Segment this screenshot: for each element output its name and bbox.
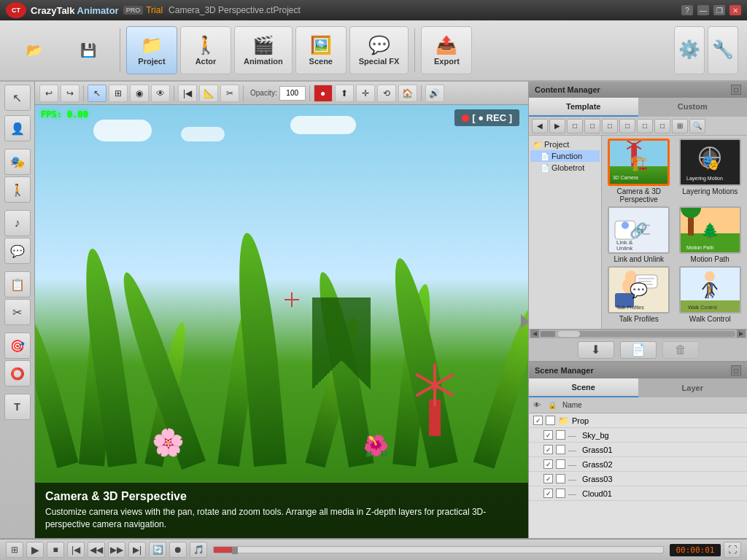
visibility-grass02[interactable] xyxy=(543,459,553,469)
lock-grass01[interactable] xyxy=(556,445,565,454)
visibility-prop[interactable] xyxy=(533,416,543,425)
visibility-sky[interactable] xyxy=(543,430,553,440)
stop-button[interactable]: ■ xyxy=(47,542,64,558)
lock-prop[interactable] xyxy=(546,416,555,425)
lock-grass02[interactable] xyxy=(556,459,565,469)
ct-import[interactable]: □ xyxy=(637,119,653,133)
record-btn2[interactable]: ⏺ xyxy=(169,542,187,558)
scene-row-cloud01[interactable]: — Cloud01 xyxy=(529,486,747,501)
settings-button[interactable]: ⚙️ xyxy=(674,26,705,74)
grid-item-motion[interactable]: Motion Path Motion Path xyxy=(676,206,745,263)
grid-item-layering[interactable]: Layering Motion Layering Motions xyxy=(676,139,745,203)
ct-new[interactable]: □ xyxy=(567,119,583,133)
sidebar-tool-person[interactable]: 🚶 xyxy=(4,176,31,203)
scroll-right[interactable]: ▶ xyxy=(737,330,746,338)
prev-frame[interactable]: |◀ xyxy=(178,85,197,102)
redo-button[interactable]: ↪ xyxy=(61,85,80,102)
timeline-thumb[interactable] xyxy=(232,547,238,554)
arrow-right[interactable] xyxy=(521,314,528,329)
record-button[interactable]: ● xyxy=(314,85,333,102)
tab-project[interactable]: 📁 Project xyxy=(126,26,177,74)
minimize-button[interactable]: — xyxy=(697,5,709,15)
fullscreen-btn[interactable]: ⛶ xyxy=(724,542,741,558)
ct-delete[interactable]: □ xyxy=(619,119,635,133)
action-download[interactable]: ⬇ xyxy=(578,341,614,359)
scene-row-grass01[interactable]: — Grass01 xyxy=(529,443,747,457)
tab-template[interactable]: Template xyxy=(529,98,638,117)
grid-item-talk[interactable]: Talk Profiles Talk Profiles xyxy=(605,266,673,323)
tab-actor[interactable]: 🚶 Actor xyxy=(180,26,231,74)
sidebar-tool-text[interactable]: T xyxy=(4,394,31,420)
bone-tool[interactable]: ◉ xyxy=(130,85,149,102)
visibility-grass01[interactable] xyxy=(543,445,553,454)
tab-scene[interactable]: 🖼️ Scene xyxy=(295,26,347,74)
eye-tool[interactable]: 👁 xyxy=(151,85,170,102)
ct-export2[interactable]: □ xyxy=(654,119,670,133)
next-frame-btn[interactable]: ▶▶ xyxy=(108,542,125,558)
rotate-btn[interactable]: ⟲ xyxy=(377,85,396,102)
ct-search[interactable]: 🔍 xyxy=(689,119,705,133)
timeline-bar[interactable] xyxy=(213,546,664,553)
sidebar-tool-cut[interactable]: ✂ xyxy=(4,299,31,325)
sidebar-tool-music[interactable]: ♪ xyxy=(4,210,31,236)
tab-custom[interactable]: Custom xyxy=(638,98,748,117)
tree-item-project[interactable]: 📁 Project xyxy=(530,139,600,150)
play-button[interactable]: ▶ xyxy=(26,542,44,558)
close-button[interactable]: ✕ xyxy=(729,5,741,15)
help-button[interactable]: ? xyxy=(681,5,693,15)
scene-row-grass02[interactable]: — Grass02 xyxy=(529,457,747,472)
undo-button[interactable]: ↩ xyxy=(39,85,58,102)
scroll-track[interactable] xyxy=(558,331,735,337)
nav-tool[interactable]: 📐 xyxy=(199,85,218,102)
tab-export[interactable]: 📤 Export xyxy=(421,26,472,74)
sidebar-tool-actor[interactable]: 👤 xyxy=(4,115,31,141)
ct-forward[interactable]: ▶ xyxy=(549,119,565,133)
select-tool[interactable]: ↖ xyxy=(88,85,107,102)
opacity-input[interactable] xyxy=(279,86,306,101)
ct-copy[interactable]: □ xyxy=(584,119,600,133)
lock-sky[interactable] xyxy=(556,430,565,440)
loop-button[interactable]: 🔄 xyxy=(149,542,166,558)
tab-special-fx[interactable]: 💬 Special FX xyxy=(349,26,409,74)
audio-btn2[interactable]: 🎵 xyxy=(190,542,207,558)
ct-back[interactable]: ◀ xyxy=(532,119,548,133)
sidebar-tool-camera[interactable]: 🎭 xyxy=(4,149,31,175)
prev-button[interactable]: |◀ xyxy=(67,542,85,558)
sidebar-tool-circle[interactable]: ⭕ xyxy=(4,360,31,386)
next-button[interactable]: ▶| xyxy=(128,542,146,558)
ct-grid[interactable]: ⊞ xyxy=(672,119,688,133)
ct-paste[interactable]: □ xyxy=(602,119,618,133)
lock-cloud01[interactable] xyxy=(556,489,565,498)
action-new-doc[interactable]: 📄 xyxy=(620,341,657,359)
scene-row-prop[interactable]: 📁 Prop xyxy=(529,413,747,428)
move-up[interactable]: ⬆ xyxy=(335,85,354,102)
tree-item-function[interactable]: 📄 Function xyxy=(530,150,600,162)
scene-manager-close[interactable]: □ xyxy=(731,365,741,376)
sidebar-tool-copy[interactable]: 📋 xyxy=(4,271,31,298)
grid-item-link[interactable]: Link & Unlink Link and Unlink xyxy=(605,206,673,263)
sidebar-tool-target[interactable]: 🎯 xyxy=(4,332,31,359)
home-btn[interactable]: 🏠 xyxy=(398,85,417,102)
action-delete[interactable]: 🗑 xyxy=(662,341,699,359)
sidebar-tool-select[interactable]: ↖ xyxy=(4,85,31,111)
tab-animation[interactable]: 🎬 Animation xyxy=(234,26,293,74)
audio-btn[interactable]: 🔊 xyxy=(425,85,444,102)
options-button[interactable]: 🔧 xyxy=(708,26,738,74)
maximize-button[interactable]: ❐ xyxy=(713,5,725,15)
content-manager-close[interactable]: □ xyxy=(731,85,741,95)
prev-frame-btn[interactable]: ◀◀ xyxy=(88,542,105,558)
grid-item-walk[interactable]: Walk Control Walk Control xyxy=(676,266,745,323)
scene-tab-scene[interactable]: Scene xyxy=(529,378,638,397)
transform-tool[interactable]: ⊞ xyxy=(109,85,128,102)
lock-grass03[interactable] xyxy=(556,474,565,483)
sidebar-tool-chat[interactable]: 💬 xyxy=(4,238,31,264)
scene-tab-layer[interactable]: Layer xyxy=(638,378,748,397)
scene-row-grass03[interactable]: — Grass03 xyxy=(529,472,747,486)
visibility-cloud01[interactable] xyxy=(543,489,553,498)
move-all[interactable]: ✛ xyxy=(356,85,375,102)
bottom-grid[interactable]: ⊞ xyxy=(6,542,23,558)
scene-row-sky[interactable]: — Sky_bg xyxy=(529,428,747,443)
grid-item-3dcamera[interactable]: 3D Camera Camera & 3DPerspective xyxy=(605,139,673,203)
scroll-left[interactable]: ◀ xyxy=(530,330,539,338)
tree-item-globetrot[interactable]: 📄 Globetrot xyxy=(530,162,600,174)
